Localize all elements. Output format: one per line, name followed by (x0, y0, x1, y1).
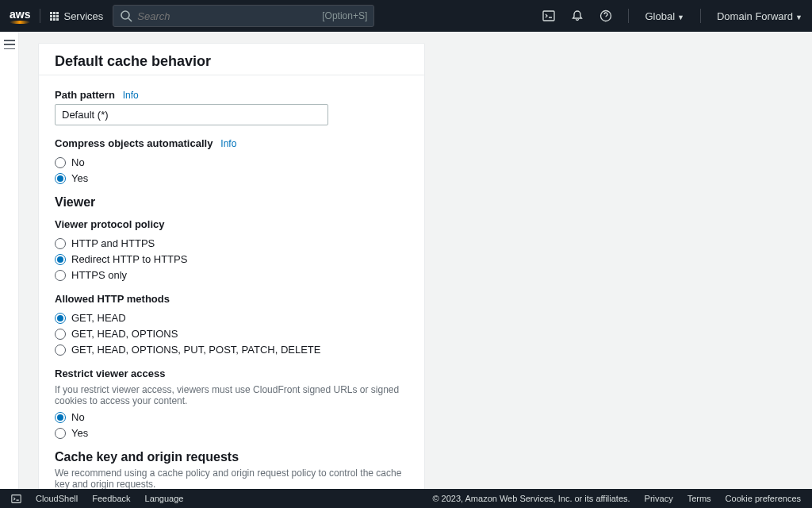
viewer-heading: Viewer (55, 195, 408, 210)
hamburger-icon (4, 40, 15, 49)
account-menu[interactable]: Domain Forward▼ (717, 10, 802, 22)
restrict-no[interactable]: No (55, 411, 408, 423)
info-link[interactable]: Info (123, 90, 139, 101)
divider (40, 9, 40, 23)
services-label: Services (63, 10, 103, 22)
privacy-link[interactable]: Privacy (645, 494, 673, 503)
divider (700, 9, 701, 23)
restrict-yes[interactable]: Yes (55, 427, 408, 439)
info-link[interactable]: Info (220, 138, 236, 149)
panel-title: Default cache behavior (39, 44, 424, 75)
methods-get-head-options[interactable]: GET, HEAD, OPTIONS (55, 328, 408, 340)
search-box[interactable]: [Option+S] (113, 5, 374, 27)
path-pattern-label: Path pattern (55, 89, 115, 101)
svg-line-1 (128, 18, 132, 21)
bell-icon[interactable] (571, 10, 584, 22)
vpp-redirect[interactable]: Redirect HTTP to HTTPS (55, 253, 408, 265)
top-navigation: aws Services [Option+S] Global▼ Domain F… (0, 0, 812, 32)
methods-get-head[interactable]: GET, HEAD (55, 312, 408, 324)
language-link[interactable]: Language (145, 494, 184, 503)
divider (628, 9, 629, 23)
svg-rect-2 (543, 11, 554, 21)
viewer-protocol-label: Viewer protocol policy (55, 218, 164, 230)
cloudshell-icon[interactable] (11, 494, 21, 504)
cache-subheading: We recommend using a cache policy and or… (55, 468, 408, 490)
methods-label: Allowed HTTP methods (55, 293, 170, 305)
footer: CloudShell Feedback Language © 2023, Ama… (0, 489, 812, 508)
copyright: © 2023, Amazon Web Services, Inc. or its… (432, 494, 630, 503)
aws-logo[interactable]: aws (10, 9, 30, 24)
cloudshell-icon[interactable] (542, 10, 555, 22)
help-icon[interactable] (599, 10, 612, 22)
svg-rect-4 (12, 495, 21, 502)
restrict-label: Restrict viewer access (55, 368, 165, 379)
search-icon (120, 10, 132, 22)
search-input[interactable] (137, 10, 317, 22)
search-shortcut: [Option+S] (322, 10, 367, 21)
restrict-help: If you restrict viewer access, viewers m… (55, 384, 408, 406)
terms-link[interactable]: Terms (688, 494, 711, 503)
region-selector[interactable]: Global▼ (645, 10, 684, 22)
content-area: Default cache behavior Path pattern Info… (19, 32, 812, 508)
grid-icon (50, 12, 59, 21)
cache-heading: Cache key and origin requests (55, 450, 408, 464)
compress-yes[interactable]: Yes (55, 172, 408, 184)
vpp-https-only[interactable]: HTTPS only (55, 269, 408, 281)
path-pattern-input[interactable] (55, 104, 328, 125)
svg-point-0 (121, 11, 129, 19)
methods-all[interactable]: GET, HEAD, OPTIONS, PUT, POST, PATCH, DE… (55, 344, 408, 356)
cloudshell-link[interactable]: CloudShell (36, 494, 78, 503)
vpp-http-https[interactable]: HTTP and HTTPS (55, 237, 408, 249)
services-menu[interactable]: Services (50, 10, 103, 22)
compress-no[interactable]: No (55, 156, 408, 168)
cookies-link[interactable]: Cookie preferences (726, 494, 801, 503)
feedback-link[interactable]: Feedback (92, 494, 130, 503)
sidebar-toggle[interactable] (0, 32, 19, 508)
default-cache-behavior-panel: Default cache behavior Path pattern Info… (38, 43, 425, 508)
compress-label: Compress objects automatically (55, 137, 213, 149)
